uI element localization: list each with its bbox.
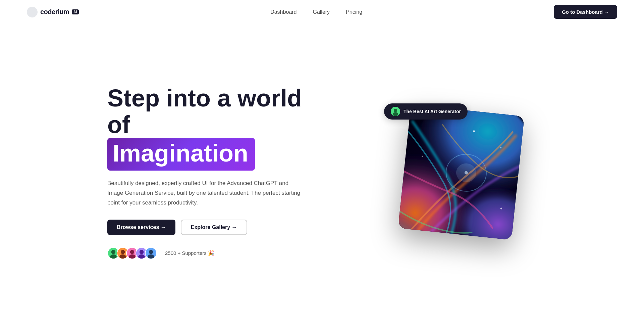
svg-point-7 bbox=[119, 255, 126, 259]
nav-dashboard[interactable]: Dashboard bbox=[270, 9, 297, 15]
go-to-dashboard-button[interactable]: Go to Dashboard → bbox=[554, 5, 617, 19]
nav-gallery[interactable]: Gallery bbox=[313, 9, 330, 15]
hero-section: Step into a world of Imagination Beautif… bbox=[0, 24, 644, 320]
svg-point-19 bbox=[393, 112, 398, 116]
hero-visual: The Best AI Art Generator bbox=[325, 110, 617, 234]
hero-title: Step into a world of Imagination bbox=[107, 85, 325, 171]
svg-point-12 bbox=[140, 250, 144, 254]
nav-links: Dashboard Gallery Pricing bbox=[270, 9, 362, 15]
svg-point-6 bbox=[121, 250, 125, 254]
svg-point-4 bbox=[110, 255, 117, 259]
hero-title-line1: Step into a world of bbox=[107, 85, 325, 138]
supporters-count: 2500 + Supporters 🎉 bbox=[165, 250, 214, 256]
avatar-5 bbox=[145, 247, 157, 259]
browse-services-button[interactable]: Browse services → bbox=[107, 220, 175, 235]
ai-art-svg bbox=[398, 104, 525, 240]
best-badge: The Best AI Art Generator bbox=[384, 103, 468, 120]
svg-point-15 bbox=[149, 250, 153, 254]
hero-title-highlight: Imagination bbox=[107, 138, 255, 171]
ai-art-card bbox=[398, 104, 525, 240]
supporter-avatars bbox=[107, 247, 157, 259]
hero-cta-buttons: Browse services → Explore Gallery → bbox=[107, 220, 325, 235]
svg-point-18 bbox=[394, 109, 397, 112]
nav-pricing[interactable]: Pricing bbox=[346, 9, 362, 15]
hero-description: Beautifully designed, expertly crafted U… bbox=[107, 179, 302, 208]
svg-point-9 bbox=[130, 250, 134, 254]
svg-point-16 bbox=[148, 255, 154, 259]
supporters-section: 2500 + Supporters 🎉 bbox=[107, 247, 325, 259]
svg-point-13 bbox=[138, 255, 145, 259]
brain-icon: 🧠 bbox=[27, 7, 38, 17]
art-card-container: The Best AI Art Generator bbox=[404, 110, 518, 234]
badge-text: The Best AI Art Generator bbox=[404, 109, 461, 114]
svg-point-0 bbox=[27, 7, 38, 17]
logo-wordmark: coderium bbox=[40, 8, 69, 16]
navbar: 🧠 coderium AI Dashboard Gallery Pricing … bbox=[0, 0, 644, 24]
logo[interactable]: 🧠 coderium AI bbox=[27, 7, 79, 17]
logo-ai-badge: AI bbox=[72, 9, 79, 14]
svg-point-3 bbox=[111, 250, 115, 254]
badge-avatar bbox=[391, 107, 400, 116]
hero-content: Step into a world of Imagination Beautif… bbox=[107, 85, 325, 260]
explore-gallery-button[interactable]: Explore Gallery → bbox=[181, 220, 247, 235]
svg-point-10 bbox=[129, 255, 136, 259]
